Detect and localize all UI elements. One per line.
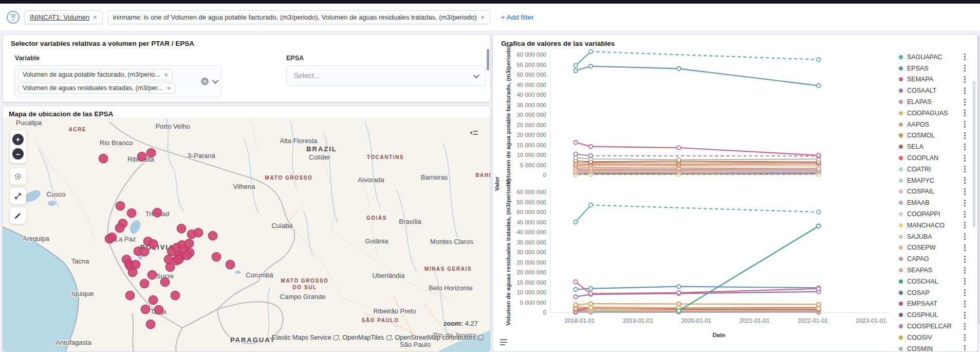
legend-item[interactable]: COOSPELCAR [899, 321, 971, 332]
legend-actions-icon[interactable] [964, 180, 966, 181]
fit-to-data-button[interactable] [10, 188, 26, 204]
epsa-location-dot[interactable] [146, 148, 155, 157]
data-point-marker[interactable] [574, 280, 578, 284]
series-line-cosepw[interactable] [576, 166, 819, 167]
legend-list-toggle-icon[interactable] [500, 339, 507, 345]
legend-item[interactable]: COOSIV [899, 332, 971, 343]
data-point-marker[interactable] [589, 302, 593, 306]
legend-item[interactable]: CAPAG [899, 253, 971, 265]
legend-item[interactable]: COSCHAL [899, 276, 971, 287]
data-point-marker[interactable] [589, 306, 593, 310]
epsa-location-dot[interactable] [149, 239, 157, 248]
remove-filter-icon[interactable]: × [93, 14, 97, 21]
series-line-semapa[interactable] [576, 143, 819, 155]
epsa-location-dot[interactable] [194, 228, 202, 237]
legend-item[interactable]: MANCHACO [899, 220, 971, 231]
legend-item[interactable]: COSMOL [899, 130, 971, 142]
legend-item[interactable]: COATRI [899, 164, 971, 175]
epsa-location-dot[interactable] [184, 239, 193, 248]
epsa-location-dot[interactable] [164, 255, 173, 263]
legend-item[interactable]: COSEPW [899, 242, 971, 254]
legend-actions-icon[interactable] [964, 314, 966, 316]
data-point-marker[interactable] [677, 309, 681, 313]
data-point-marker[interactable] [677, 302, 681, 306]
legend-actions-icon[interactable] [964, 168, 966, 170]
data-point-marker[interactable] [589, 154, 593, 158]
remove-variable-icon[interactable]: × [167, 85, 171, 92]
legend-item[interactable]: SAGUAPAC [899, 51, 971, 63]
page-scrollbar[interactable] [977, 36, 979, 324]
data-point-marker[interactable] [677, 285, 681, 289]
epsa-location-dot[interactable] [149, 295, 157, 304]
epsa-location-dot[interactable] [128, 268, 137, 276]
legend-actions-icon[interactable] [964, 270, 966, 271]
add-filter-button[interactable]: + Add filter [501, 13, 534, 21]
data-point-marker[interactable] [589, 292, 593, 296]
epsa-location-dot[interactable] [137, 152, 146, 161]
epsa-location-dot[interactable] [154, 305, 163, 314]
map-canvas[interactable]: PucallpaACREPorto VelhoRio BrancoBRAZILR… [3, 118, 490, 352]
series-line-cosmol[interactable] [576, 162, 819, 163]
series-line-saguapac[interactable] [576, 51, 590, 65]
epsa-location-dot[interactable] [160, 277, 169, 286]
series-line-epsas[interactable] [576, 287, 819, 290]
legend-actions-icon[interactable] [964, 79, 966, 80]
data-point-marker[interactable] [677, 67, 681, 71]
filter-funnel-icon[interactable] [7, 11, 20, 24]
legend-item[interactable]: AAPOS [899, 119, 971, 130]
legend-item[interactable]: COOPAPPI [899, 208, 971, 220]
attribution-link[interactable]: Elastic Maps Service [272, 334, 339, 341]
series-line-cosmol[interactable] [576, 304, 819, 305]
data-point-marker[interactable] [677, 146, 681, 150]
epsa-location-dot[interactable] [208, 231, 217, 240]
legend-actions-icon[interactable] [964, 157, 966, 159]
data-point-marker[interactable] [574, 220, 578, 224]
epsa-select[interactable]: Select... [286, 65, 486, 86]
legend-actions-icon[interactable] [964, 326, 966, 327]
legend-item[interactable]: COOPLAN [899, 152, 971, 164]
draw-tools-button[interactable] [10, 207, 26, 224]
legend-actions-icon[interactable] [964, 224, 966, 226]
map-legend-toggle-icon[interactable] [469, 129, 479, 138]
epsa-location-dot[interactable] [177, 224, 186, 233]
legend-item[interactable]: COOPAGUAS [899, 108, 971, 119]
filter-pill[interactable]: ININCAT1: Volumen× [24, 10, 103, 24]
epsa-location-dot[interactable] [146, 320, 155, 328]
epsa-location-dot[interactable] [141, 305, 150, 313]
series-line-elapas[interactable] [576, 168, 819, 169]
epsa-location-dot[interactable] [182, 251, 191, 259]
epsa-location-dot[interactable] [171, 291, 179, 300]
data-point-marker[interactable] [589, 49, 593, 54]
chevron-down-icon[interactable] [212, 77, 219, 84]
data-point-marker[interactable] [817, 303, 821, 307]
legend-item[interactable]: EMAPYC [899, 175, 971, 186]
variable-selected-pill[interactable]: Volumen de agua potable facturado, (m3/p… [18, 69, 173, 80]
epsa-location-dot[interactable] [212, 252, 220, 261]
attribution-link[interactable]: OpenStreetMap contributors [395, 334, 484, 341]
legend-actions-icon[interactable] [964, 247, 966, 249]
legend-actions-icon[interactable] [964, 258, 966, 260]
remove-filter-icon[interactable]: × [480, 14, 485, 21]
legend-item[interactable]: COSPAIL [899, 186, 971, 198]
data-point-marker[interactable] [589, 145, 593, 149]
series-line-epsas[interactable] [576, 66, 819, 86]
data-point-marker[interactable] [574, 152, 578, 156]
epsa-location-dot[interactable] [116, 201, 124, 210]
legend-actions-icon[interactable] [964, 67, 966, 69]
epsa-location-dot[interactable] [153, 208, 161, 217]
filter-pill[interactable]: ininname: is one of Volumen de agua pota… [107, 10, 490, 24]
series-line-saguapac[interactable] [576, 205, 590, 222]
data-point-marker[interactable] [574, 64, 578, 68]
legend-item[interactable]: COSPHUL [899, 309, 971, 321]
series-line-aapos[interactable] [576, 311, 819, 312]
epsa-location-dot[interactable] [165, 262, 174, 271]
legend-actions-icon[interactable] [964, 280, 966, 282]
attribution-link[interactable]: OpenMapTiles [342, 334, 391, 341]
legend-actions-icon[interactable] [964, 292, 966, 293]
legend-item[interactable]: SAJUBA [899, 231, 971, 242]
legend-item[interactable]: COSAP [899, 287, 971, 298]
epsa-location-dot[interactable] [140, 279, 149, 288]
series-line-cooplan[interactable] [576, 164, 819, 165]
data-point-marker[interactable] [589, 64, 593, 68]
data-point-marker[interactable] [574, 303, 578, 307]
